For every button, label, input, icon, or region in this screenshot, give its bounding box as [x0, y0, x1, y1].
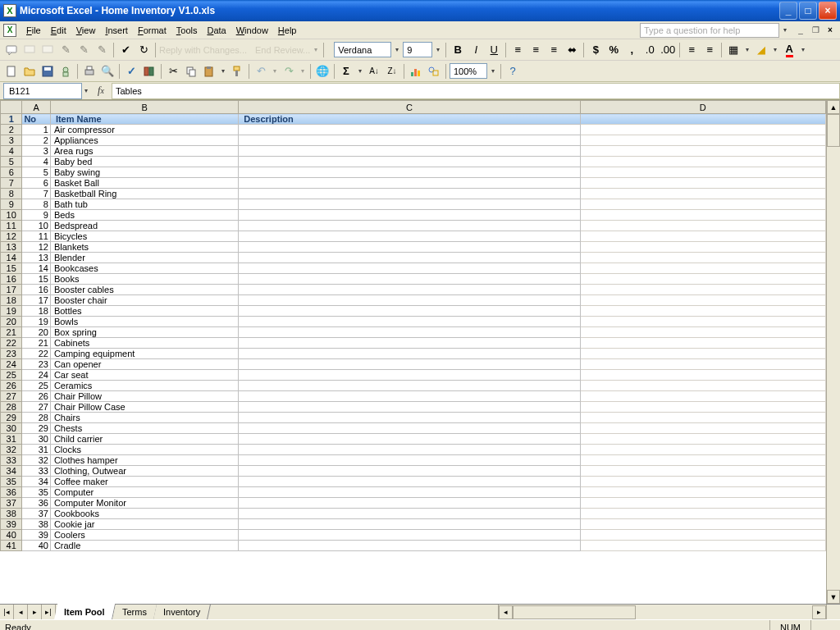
tab-first-button[interactable]: |◂: [0, 605, 14, 619]
new-button[interactable]: [3, 63, 20, 80]
cell[interactable]: 30: [22, 434, 51, 445]
row-header[interactable]: 10: [1, 210, 22, 221]
cell[interactable]: [580, 498, 826, 509]
cell[interactable]: 23: [22, 359, 51, 370]
cell[interactable]: [580, 317, 826, 327]
cell[interactable]: [239, 519, 580, 530]
cell[interactable]: 14: [22, 263, 51, 274]
cell[interactable]: [239, 530, 580, 541]
cell[interactable]: [580, 210, 826, 221]
row-header[interactable]: 8: [1, 189, 22, 199]
align-center-button[interactable]: ≡: [527, 42, 544, 58]
menu-help[interactable]: Help: [273, 24, 302, 37]
cell[interactable]: 26: [22, 391, 51, 402]
cell[interactable]: [239, 391, 580, 402]
cell[interactable]: [239, 285, 580, 295]
menu-format[interactable]: Format: [133, 24, 171, 37]
cell[interactable]: [580, 359, 826, 370]
col-header-d[interactable]: D: [580, 101, 826, 114]
cell[interactable]: 3: [22, 146, 51, 157]
sort-asc-button[interactable]: A↓: [366, 63, 382, 80]
cell[interactable]: Baby bed: [50, 157, 238, 167]
row-header[interactable]: 1: [1, 114, 22, 125]
cell[interactable]: [239, 189, 580, 199]
cell[interactable]: 15: [22, 274, 51, 285]
cell[interactable]: [239, 359, 580, 370]
ink-icon[interactable]: ✔: [117, 42, 134, 58]
zoom-selector[interactable]: 100%: [450, 63, 487, 79]
cell[interactable]: 32: [22, 455, 51, 466]
row-header[interactable]: 24: [1, 359, 22, 370]
cell[interactable]: [239, 370, 580, 381]
sheet-tab-item-pool[interactable]: Item Pool: [54, 605, 115, 619]
currency-button[interactable]: $: [587, 42, 604, 58]
cell[interactable]: 5: [22, 167, 51, 178]
align-left-button[interactable]: ≡: [509, 42, 526, 58]
cell[interactable]: [239, 402, 580, 413]
cell[interactable]: [239, 434, 580, 445]
cell[interactable]: Basket Ball: [50, 178, 238, 189]
cell[interactable]: [239, 221, 580, 231]
vertical-scrollbar[interactable]: ▲ ▼: [826, 100, 840, 604]
cell[interactable]: [239, 455, 580, 466]
cell[interactable]: [239, 135, 580, 146]
cell[interactable]: [239, 413, 580, 423]
cell[interactable]: 31: [22, 445, 51, 455]
cell[interactable]: [580, 509, 826, 519]
row-header[interactable]: 2: [1, 125, 22, 135]
minimize-button[interactable]: _: [779, 2, 797, 20]
sort-desc-button[interactable]: Z↓: [384, 63, 400, 80]
col-header-c[interactable]: C: [239, 101, 580, 114]
cell[interactable]: [580, 455, 826, 466]
cell[interactable]: [239, 338, 580, 349]
col-header-a[interactable]: A: [22, 101, 51, 114]
scroll-left-button[interactable]: ◂: [499, 605, 513, 619]
doc-restore-button[interactable]: ❐: [809, 25, 822, 36]
cell[interactable]: 33: [22, 466, 51, 477]
reply-with-changes[interactable]: Reply with Changes...: [159, 45, 247, 55]
cell[interactable]: [239, 423, 580, 434]
cell[interactable]: [580, 445, 826, 455]
row-header[interactable]: 39: [1, 519, 22, 530]
cell[interactable]: [580, 189, 826, 199]
cell[interactable]: Computer Monitor: [50, 498, 238, 509]
cell[interactable]: Cookbooks: [50, 509, 238, 519]
cell[interactable]: [580, 157, 826, 167]
cell[interactable]: [580, 466, 826, 477]
cell[interactable]: [580, 338, 826, 349]
research-button[interactable]: [141, 63, 158, 80]
row-header[interactable]: 29: [1, 413, 22, 423]
row-header[interactable]: 22: [1, 338, 22, 349]
show-comment-icon[interactable]: ✎: [57, 42, 74, 58]
cell[interactable]: Description: [239, 114, 580, 125]
cell[interactable]: Bath tub: [50, 199, 238, 210]
cell[interactable]: Clothing, Outwear: [50, 466, 238, 477]
cell[interactable]: Clothes hamper: [50, 455, 238, 466]
cell[interactable]: 10: [22, 221, 51, 231]
cell[interactable]: Basketball Ring: [50, 189, 238, 199]
cell[interactable]: [239, 274, 580, 285]
cell[interactable]: 19: [22, 317, 51, 327]
cell[interactable]: Chests: [50, 423, 238, 434]
row-header[interactable]: 36: [1, 487, 22, 498]
bold-button[interactable]: B: [450, 42, 466, 58]
sheet-tab-inventory[interactable]: Inventory: [154, 605, 212, 619]
cell[interactable]: [580, 530, 826, 541]
paste-button[interactable]: [201, 63, 217, 80]
cell[interactable]: [580, 253, 826, 263]
cell[interactable]: [580, 295, 826, 306]
cell[interactable]: [239, 167, 580, 178]
cell[interactable]: [580, 306, 826, 317]
increase-indent-button[interactable]: ≡: [701, 42, 718, 58]
cell[interactable]: [239, 466, 580, 477]
end-review[interactable]: End Review...: [255, 45, 310, 55]
cell[interactable]: Computer: [50, 487, 238, 498]
cell[interactable]: Blender: [50, 253, 238, 263]
cell[interactable]: [580, 391, 826, 402]
doc-close-button[interactable]: ×: [824, 25, 837, 36]
underline-button[interactable]: U: [486, 42, 502, 58]
cell[interactable]: [239, 445, 580, 455]
cell[interactable]: [239, 242, 580, 253]
cell[interactable]: [580, 434, 826, 445]
cell[interactable]: 18: [22, 306, 51, 317]
